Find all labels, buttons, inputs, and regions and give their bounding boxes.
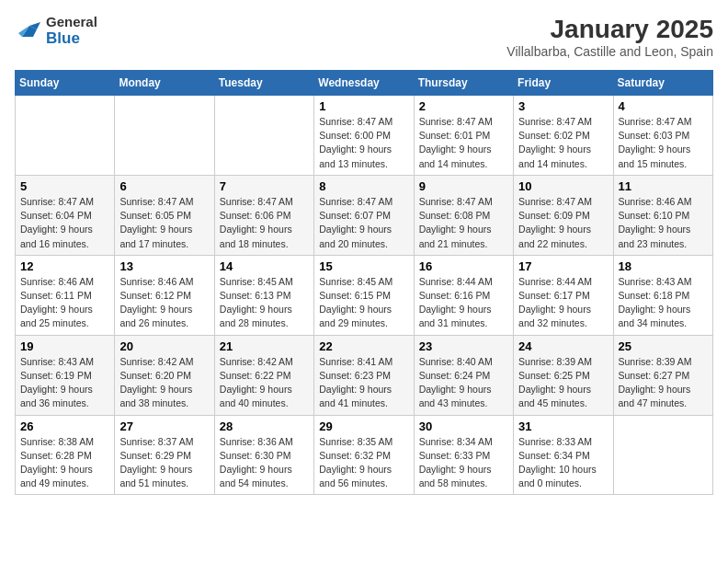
day-info: Sunrise: 8:36 AM Sunset: 6:30 PM Dayligh… (220, 435, 309, 491)
day-number: 20 (119, 339, 209, 353)
calendar-table: SundayMondayTuesdayWednesdayThursdayFrid… (15, 70, 713, 495)
day-info: Sunrise: 8:47 AM Sunset: 6:03 PM Dayligh… (619, 115, 708, 171)
calendar-cell (115, 96, 214, 176)
day-info: Sunrise: 8:45 AM Sunset: 6:15 PM Dayligh… (319, 275, 408, 331)
calendar-cell: 19Sunrise: 8:43 AM Sunset: 6:19 PM Dayli… (16, 335, 115, 415)
calendar-cell: 4Sunrise: 8:47 AM Sunset: 6:03 PM Daylig… (613, 96, 712, 176)
calendar-cell (16, 96, 115, 176)
day-number: 12 (20, 259, 109, 273)
logo-bird-icon (15, 20, 42, 42)
calendar-cell: 6Sunrise: 8:47 AM Sunset: 6:05 PM Daylig… (115, 175, 214, 255)
weekday-header-friday: Friday (514, 71, 613, 96)
day-info: Sunrise: 8:47 AM Sunset: 6:08 PM Dayligh… (419, 195, 508, 251)
day-info: Sunrise: 8:47 AM Sunset: 6:05 PM Dayligh… (119, 195, 209, 251)
calendar-cell: 18Sunrise: 8:43 AM Sunset: 6:18 PM Dayli… (613, 255, 712, 335)
day-info: Sunrise: 8:45 AM Sunset: 6:13 PM Dayligh… (220, 275, 309, 331)
day-number: 22 (319, 339, 408, 353)
day-number: 23 (419, 339, 508, 353)
weekday-header-thursday: Thursday (414, 71, 513, 96)
weekday-header-saturday: Saturday (613, 71, 712, 96)
title-area: January 2025 Villalbarba, Castille and L… (506, 15, 713, 59)
calendar-cell: 9Sunrise: 8:47 AM Sunset: 6:08 PM Daylig… (414, 175, 513, 255)
day-number: 2 (419, 99, 508, 113)
calendar-cell: 10Sunrise: 8:47 AM Sunset: 6:09 PM Dayli… (514, 175, 613, 255)
calendar-cell: 24Sunrise: 8:39 AM Sunset: 6:25 PM Dayli… (514, 335, 613, 415)
day-number: 17 (518, 259, 608, 273)
logo: General Blue (15, 15, 97, 47)
day-info: Sunrise: 8:34 AM Sunset: 6:33 PM Dayligh… (419, 435, 508, 491)
logo-general-text: General (46, 15, 97, 30)
day-info: Sunrise: 8:39 AM Sunset: 6:27 PM Dayligh… (619, 355, 708, 411)
day-info: Sunrise: 8:42 AM Sunset: 6:22 PM Dayligh… (220, 355, 309, 411)
calendar-cell: 14Sunrise: 8:45 AM Sunset: 6:13 PM Dayli… (214, 255, 313, 335)
day-number: 10 (518, 179, 608, 193)
calendar-cell: 16Sunrise: 8:44 AM Sunset: 6:16 PM Dayli… (414, 255, 513, 335)
day-info: Sunrise: 8:40 AM Sunset: 6:24 PM Dayligh… (419, 355, 508, 411)
weekday-header-wednesday: Wednesday (314, 71, 414, 96)
logo-text: General Blue (46, 15, 97, 47)
day-info: Sunrise: 8:46 AM Sunset: 6:12 PM Dayligh… (119, 275, 209, 331)
calendar-cell: 13Sunrise: 8:46 AM Sunset: 6:12 PM Dayli… (115, 255, 214, 335)
day-number: 19 (20, 339, 109, 353)
day-info: Sunrise: 8:37 AM Sunset: 6:29 PM Dayligh… (119, 435, 209, 491)
day-number: 4 (619, 99, 708, 113)
day-number: 26 (20, 419, 109, 433)
day-number: 28 (220, 419, 309, 433)
day-info: Sunrise: 8:39 AM Sunset: 6:25 PM Dayligh… (518, 355, 608, 411)
calendar-cell: 31Sunrise: 8:33 AM Sunset: 6:34 PM Dayli… (514, 415, 613, 495)
calendar-week-row: 26Sunrise: 8:38 AM Sunset: 6:28 PM Dayli… (16, 415, 713, 495)
day-number: 18 (619, 259, 708, 273)
calendar-cell: 27Sunrise: 8:37 AM Sunset: 6:29 PM Dayli… (115, 415, 214, 495)
day-number: 29 (319, 419, 408, 433)
day-info: Sunrise: 8:46 AM Sunset: 6:11 PM Dayligh… (20, 275, 109, 331)
calendar-cell: 29Sunrise: 8:35 AM Sunset: 6:32 PM Dayli… (314, 415, 414, 495)
day-info: Sunrise: 8:44 AM Sunset: 6:16 PM Dayligh… (419, 275, 508, 331)
day-number: 24 (518, 339, 608, 353)
day-number: 16 (419, 259, 508, 273)
calendar-cell: 17Sunrise: 8:44 AM Sunset: 6:17 PM Dayli… (514, 255, 613, 335)
day-info: Sunrise: 8:47 AM Sunset: 6:09 PM Dayligh… (518, 195, 608, 251)
day-number: 7 (220, 179, 309, 193)
day-info: Sunrise: 8:43 AM Sunset: 6:18 PM Dayligh… (619, 275, 708, 331)
day-info: Sunrise: 8:47 AM Sunset: 6:00 PM Dayligh… (319, 115, 408, 171)
calendar-cell (613, 415, 712, 495)
calendar-cell: 28Sunrise: 8:36 AM Sunset: 6:30 PM Dayli… (214, 415, 313, 495)
calendar-cell: 30Sunrise: 8:34 AM Sunset: 6:33 PM Dayli… (414, 415, 513, 495)
day-number: 3 (518, 99, 608, 113)
day-number: 14 (220, 259, 309, 273)
weekday-header-sunday: Sunday (16, 71, 115, 96)
day-info: Sunrise: 8:38 AM Sunset: 6:28 PM Dayligh… (20, 435, 109, 491)
day-info: Sunrise: 8:47 AM Sunset: 6:07 PM Dayligh… (319, 195, 408, 251)
day-info: Sunrise: 8:35 AM Sunset: 6:32 PM Dayligh… (319, 435, 408, 491)
day-info: Sunrise: 8:46 AM Sunset: 6:10 PM Dayligh… (619, 195, 708, 251)
calendar-cell: 21Sunrise: 8:42 AM Sunset: 6:22 PM Dayli… (214, 335, 313, 415)
calendar-cell: 22Sunrise: 8:41 AM Sunset: 6:23 PM Dayli… (314, 335, 414, 415)
weekday-header-row: SundayMondayTuesdayWednesdayThursdayFrid… (16, 71, 713, 96)
day-number: 31 (518, 419, 608, 433)
calendar-cell: 15Sunrise: 8:45 AM Sunset: 6:15 PM Dayli… (314, 255, 414, 335)
calendar-cell: 7Sunrise: 8:47 AM Sunset: 6:06 PM Daylig… (214, 175, 313, 255)
day-info: Sunrise: 8:47 AM Sunset: 6:01 PM Dayligh… (419, 115, 508, 171)
calendar-cell (214, 96, 313, 176)
page-header: General Blue January 2025 Villalbarba, C… (15, 15, 713, 59)
day-info: Sunrise: 8:41 AM Sunset: 6:23 PM Dayligh… (319, 355, 408, 411)
day-number: 1 (319, 99, 408, 113)
day-number: 13 (119, 259, 209, 273)
calendar-cell: 25Sunrise: 8:39 AM Sunset: 6:27 PM Dayli… (613, 335, 712, 415)
day-info: Sunrise: 8:44 AM Sunset: 6:17 PM Dayligh… (518, 275, 608, 331)
day-number: 21 (220, 339, 309, 353)
calendar-cell: 3Sunrise: 8:47 AM Sunset: 6:02 PM Daylig… (514, 96, 613, 176)
calendar-week-row: 5Sunrise: 8:47 AM Sunset: 6:04 PM Daylig… (16, 175, 713, 255)
calendar-cell: 11Sunrise: 8:46 AM Sunset: 6:10 PM Dayli… (613, 175, 712, 255)
calendar-title: January 2025 (506, 15, 713, 44)
day-number: 8 (319, 179, 408, 193)
day-number: 9 (419, 179, 508, 193)
logo-blue-text: Blue (46, 30, 97, 48)
calendar-subtitle: Villalbarba, Castille and Leon, Spain (506, 44, 713, 59)
calendar-cell: 2Sunrise: 8:47 AM Sunset: 6:01 PM Daylig… (414, 96, 513, 176)
calendar-cell: 12Sunrise: 8:46 AM Sunset: 6:11 PM Dayli… (16, 255, 115, 335)
day-info: Sunrise: 8:43 AM Sunset: 6:19 PM Dayligh… (20, 355, 109, 411)
calendar-cell: 5Sunrise: 8:47 AM Sunset: 6:04 PM Daylig… (16, 175, 115, 255)
day-number: 5 (20, 179, 109, 193)
calendar-cell: 26Sunrise: 8:38 AM Sunset: 6:28 PM Dayli… (16, 415, 115, 495)
